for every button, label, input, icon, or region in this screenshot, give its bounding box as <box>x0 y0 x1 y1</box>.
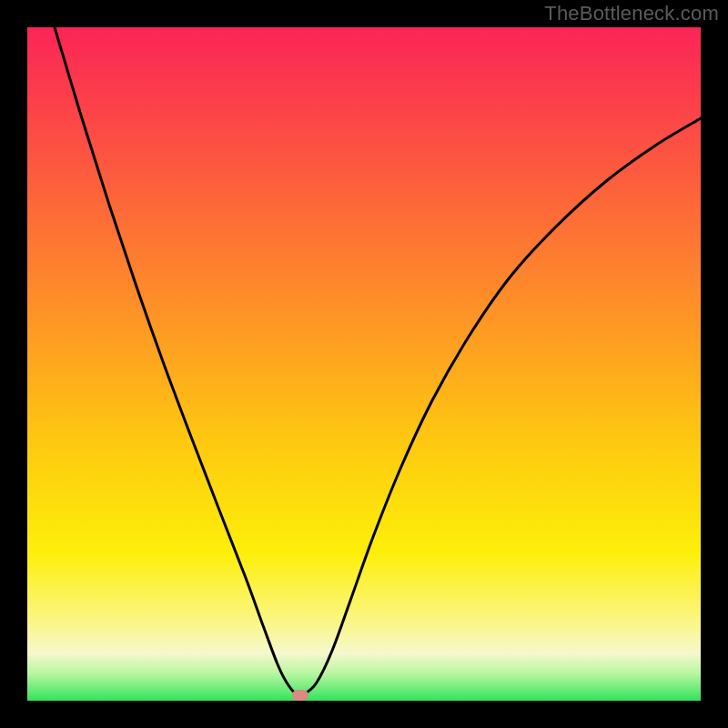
chart-frame: TheBottleneck.com <box>0 0 728 728</box>
chart-plot-area <box>27 27 701 701</box>
bottleneck-curve <box>55 27 701 695</box>
chart-curve-layer <box>27 27 701 701</box>
watermark-text: TheBottleneck.com <box>544 2 719 25</box>
optimal-point-marker <box>292 690 308 701</box>
